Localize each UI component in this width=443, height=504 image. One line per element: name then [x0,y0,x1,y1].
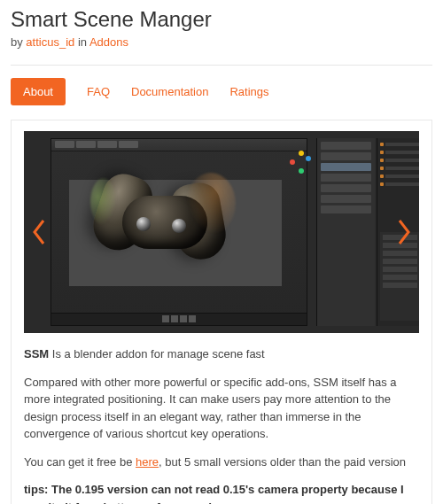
paragraph-3: You can get it free be here, but 5 small… [24,454,419,471]
description: SSM Is a blender addon for manage scene … [24,345,419,504]
lead-paragraph: SSM Is a blender addon for manage scene … [24,345,419,363]
n-panel-mock [316,138,375,326]
tab-bar: About FAQ Documentation Ratings [11,78,432,105]
editor-viewport-mock [51,138,307,326]
paragraph-2: Compared with other more powerful or spe… [24,374,419,443]
chevron-right-icon [396,219,412,245]
tab-ratings[interactable]: Ratings [229,78,268,105]
tips-paragraph: tips: The 0.195 version can not read 0.1… [24,481,419,504]
byline: by atticus_id in Addons [11,35,432,49]
lead-rest: Is a blender addon for manage scene fast [49,347,265,361]
by-prefix: by [11,35,26,49]
controller-model [97,171,230,267]
nav-gizmo-icon [290,151,315,175]
tab-about[interactable]: About [11,78,66,105]
category-link[interactable]: Addons [89,35,128,49]
image-carousel [24,131,419,333]
free-link[interactable]: here [136,455,159,469]
divider [11,65,432,66]
para3-pre: You can get it free be [24,455,136,469]
viewport-topbar [51,139,307,151]
timeline-bar [51,313,307,325]
tab-documentation[interactable]: Documentation [131,78,208,105]
in-word: in [74,35,89,49]
page-title: Smart Scene Manger [11,7,432,32]
carousel-prev-button[interactable] [27,214,51,250]
para3-post: , but 5 small versions older than the pa… [159,455,406,469]
lead-bold: SSM [24,347,49,361]
author-link[interactable]: atticus_id [26,35,74,49]
tips-bold: tips: The 0.195 version can not read 0.1… [24,483,404,504]
chevron-left-icon [31,219,47,245]
carousel-next-button[interactable] [392,214,416,250]
tab-faq[interactable]: FAQ [87,78,110,105]
content-card: SSM Is a blender addon for manage scene … [11,120,432,504]
